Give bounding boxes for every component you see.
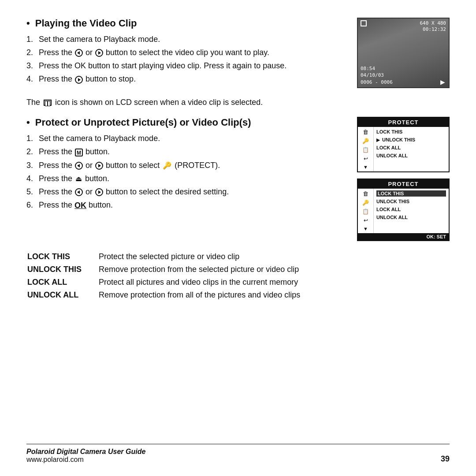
menu-label: LOCK ALL xyxy=(376,145,401,150)
lcd-time: 00:12:32 xyxy=(420,26,446,33)
step-2-1: 1. Set the camera to Playback mode. xyxy=(26,133,344,144)
step-list-2: 1. Set the camera to Playback mode. 2. P… xyxy=(26,133,344,211)
selected-arrow: ▶ xyxy=(376,138,380,142)
step-text: Press the M button. xyxy=(39,146,344,157)
lcd-resolution: 640 X 480 xyxy=(420,20,446,26)
step-num: 4. xyxy=(26,73,39,85)
term-row-unlock-this: UNLOCK THIS Remove protection from the s… xyxy=(27,264,449,275)
protect-menu-2: PROTECT 🗑 🔑 📋 ↩ ▼ LOCK THIS xyxy=(357,178,450,241)
term-row-lock-this: LOCK THIS Protect the selected picture o… xyxy=(27,251,449,263)
terms-table: LOCK THIS Protect the selected picture o… xyxy=(26,250,450,302)
step-2-5: 5. Press the or button to select the des… xyxy=(26,186,344,197)
key-button-icon: ⏏ xyxy=(75,174,82,184)
note-text-before: The xyxy=(26,98,40,107)
term-label: LOCK THIS xyxy=(27,251,98,263)
triangle-icon-1: ▼ xyxy=(363,164,368,170)
step-2-6: 6. Press the OK button. xyxy=(26,199,344,211)
website: www.polaroid.com xyxy=(26,456,145,464)
m-button-icon: M xyxy=(75,149,83,156)
term-label: UNLOCK THIS xyxy=(27,264,98,275)
bullet2: • xyxy=(26,117,30,128)
menu-item-unlock-all-1: UNLOCK ALL xyxy=(376,152,446,159)
step-num: 3. xyxy=(26,160,39,171)
step-text: Press the OK button to start playing vid… xyxy=(39,60,344,71)
lcd-screen: 640 X 480 00:12:32 08:54 04/10/03 0006 -… xyxy=(357,18,450,88)
step-list-1: 1. Set the camera to Playback mode. 2. P… xyxy=(26,33,344,85)
menu-label: LOCK THIS xyxy=(376,129,402,134)
menu-item-unlock-this-2: UNLOCK THIS xyxy=(376,198,446,205)
section1-note: The icon is shown on LCD screen when a v… xyxy=(26,98,450,107)
page: • Playing the Video Clip 1. Set the came… xyxy=(0,0,476,476)
trash-icon-2: 🗑 xyxy=(363,190,368,197)
menu-label: LOCK ALL xyxy=(376,207,401,212)
step-1-2: 2. Press the or button to select the vid… xyxy=(26,47,344,58)
menu-col-2: LOCK THIS UNLOCK THIS LOCK ALL UNLOCK AL… xyxy=(374,189,449,233)
menu-item-lock-this-2: LOCK THIS xyxy=(376,190,446,197)
footer-left: Polaroid Digital Camera User Guide www.p… xyxy=(26,448,145,464)
lcd-screen-container: 640 X 480 00:12:32 08:54 04/10/03 0006 -… xyxy=(357,18,450,88)
lcd-timestamp1: 08:54 xyxy=(361,65,393,72)
step-text: Press the OK button. xyxy=(39,199,344,211)
menu-label: LOCK THIS xyxy=(378,191,404,196)
menu-item-lock-all-2: LOCK ALL xyxy=(376,206,446,212)
menu-col-1: LOCK THIS ▶ UNLOCK THIS LOCK ALL UNLOCK … xyxy=(374,127,449,171)
section-playing-video-text: • Playing the Video Clip 1. Set the came… xyxy=(26,18,344,88)
step-2-2: 2. Press the M button. xyxy=(26,146,344,157)
term-definition: Remove protection from the selected pict… xyxy=(99,264,449,275)
lcd-frame: 0006 - 0006 xyxy=(361,79,393,86)
step-2-4: 4. Press the ⏏ button. xyxy=(26,173,344,184)
menu-label: UNLOCK ALL xyxy=(376,215,408,220)
menu-label: UNLOCK THIS xyxy=(376,199,409,204)
menu-item-lock-this-1: LOCK THIS xyxy=(376,129,446,135)
protect-menu2-footer: OK: SET xyxy=(358,233,449,240)
left-icon-s5 xyxy=(75,188,83,196)
left-icon-s3 xyxy=(75,162,83,170)
step-text: Set the camera to Playback mode. xyxy=(39,33,344,45)
step-num: 2. xyxy=(26,47,39,58)
icons-col-2: 🗑 🔑 📋 ↩ ▼ xyxy=(358,189,374,233)
step-num: 2. xyxy=(26,146,39,157)
protect-header-1: PROTECT xyxy=(358,118,449,127)
protect-key-icon: 🔑 xyxy=(163,160,171,171)
key-icon-2: 🔑 xyxy=(362,200,369,206)
section1-title: • Playing the Video Clip xyxy=(26,18,344,29)
term-row-unlock-all: UNLOCK ALL Remove protection from all of… xyxy=(27,289,449,301)
right-icon-s3 xyxy=(95,162,103,170)
key-icon-1: 🔑 xyxy=(362,138,369,144)
step-text: Press the or button to select 🔑 (PROTECT… xyxy=(39,160,344,171)
step-num: 1. xyxy=(26,33,39,45)
right-icon-s5 xyxy=(95,188,103,196)
step-text: Press the button to stop. xyxy=(39,73,344,85)
page-number: 39 xyxy=(441,454,450,464)
triangle-icon-2: ▼ xyxy=(363,226,368,231)
step-text: Press the ⏏ button. xyxy=(39,173,344,184)
menu-item-unlock-this-1: ▶ UNLOCK THIS xyxy=(376,137,446,143)
copy-icon-2: 📋 xyxy=(362,208,369,215)
protect-menus-container: PROTECT 🗑 🔑 📋 ↩ ▼ LOCK THIS xyxy=(357,117,450,241)
lcd-bottom-bar: 08:54 04/10/03 0006 - 0006 xyxy=(361,65,393,86)
note-text-after: icon is shown on LCD screen when a video… xyxy=(55,98,263,107)
menu-label: UNLOCK THIS xyxy=(382,137,415,142)
step-num: 4. xyxy=(26,173,39,184)
step-text: Press the or button to select the video … xyxy=(39,47,344,58)
lcd-top-left-icon xyxy=(361,20,367,26)
section-protect: • Protect or Unprotect Picture(s) or Vid… xyxy=(26,117,450,241)
down-icon-1: ↩ xyxy=(364,156,368,162)
term-definition: Protect the selected picture or video cl… xyxy=(99,251,449,263)
term-definition: Remove protection from all of the pictur… xyxy=(99,289,449,301)
menu-label: UNLOCK ALL xyxy=(376,153,408,158)
protect-menu-1: PROTECT 🗑 🔑 📋 ↩ ▼ LOCK THIS xyxy=(357,117,450,172)
copy-icon-1: 📋 xyxy=(362,147,369,153)
term-definition: Protect all pictures and video clips in … xyxy=(99,276,449,288)
protect-body-2: 🗑 🔑 📋 ↩ ▼ LOCK THIS UNLOCK THIS xyxy=(358,189,449,233)
step-1-4: 4. Press the button to stop. xyxy=(26,73,344,85)
protect-header-2: PROTECT xyxy=(358,179,449,189)
step-num: 5. xyxy=(26,186,39,197)
lcd-video-icon: ▶ xyxy=(440,78,445,86)
step-num: 3. xyxy=(26,60,39,71)
ok-button-icon: OK xyxy=(74,200,86,211)
left-arrow-icon xyxy=(75,49,83,57)
lcd-top-bar: 640 X 480 00:12:32 xyxy=(420,20,446,33)
term-label: UNLOCK ALL xyxy=(27,289,98,301)
trash-icon-1: 🗑 xyxy=(363,129,368,135)
